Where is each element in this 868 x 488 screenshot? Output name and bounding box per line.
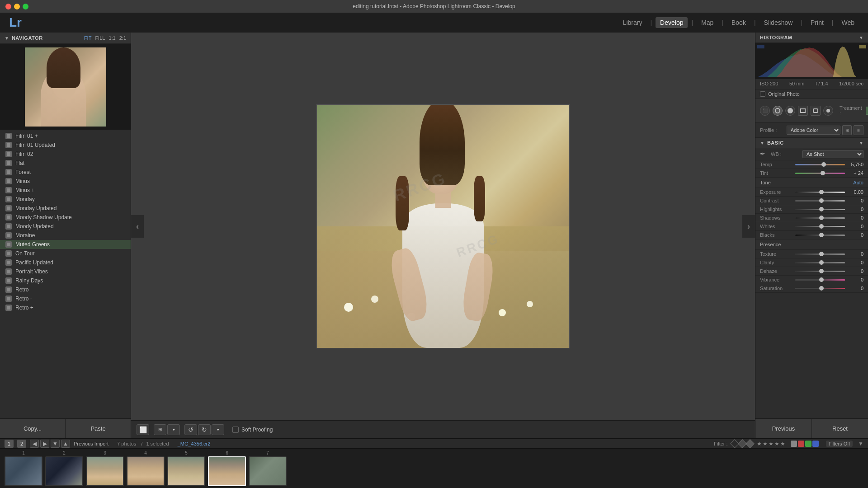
preset-item-muted-greens[interactable]: Muted Greens (0, 240, 131, 249)
treatment-filled-circle-btn[interactable] (785, 106, 795, 116)
preset-item[interactable]: Pacific Updated (0, 258, 131, 267)
temp-slider-thumb[interactable] (821, 162, 826, 167)
profile-dropdown[interactable]: Adobe Color Adobe Landscape Adobe Portra… (787, 126, 840, 135)
basic-collapse-icon[interactable]: ▼ (760, 141, 764, 145)
rotate-options-btn[interactable]: ▾ (212, 424, 224, 435)
blacks-slider-thumb[interactable] (819, 233, 824, 237)
minimize-button[interactable] (14, 4, 20, 9)
dehaze-slider-thumb[interactable] (819, 269, 824, 273)
profile-list-btn[interactable]: ≡ (854, 125, 863, 135)
preset-item[interactable]: Monday (0, 195, 131, 204)
profile-grid-btn[interactable]: ⊞ (842, 125, 852, 135)
vibrance-slider-thumb[interactable] (819, 277, 824, 282)
nav-print[interactable]: Print (806, 17, 828, 28)
preset-item[interactable]: Forest (0, 168, 131, 177)
film-thumbnail-2[interactable] (45, 456, 83, 486)
preset-item[interactable]: Film 01 Updated (0, 141, 131, 150)
treatment-icon-1[interactable]: ⬛ (760, 106, 770, 116)
zoom-2to1[interactable]: 2:1 (119, 35, 126, 41)
film-thumbnail-6[interactable] (208, 456, 246, 486)
preset-item[interactable]: Minus + (0, 186, 131, 195)
film-thumbnail-7[interactable] (249, 456, 287, 486)
nav-library[interactable]: Library (618, 17, 647, 28)
zoom-1to1[interactable]: 1:1 (108, 35, 115, 41)
treatment-square-btn[interactable] (798, 106, 808, 116)
preset-item[interactable]: Moody Updated (0, 222, 131, 231)
preset-item[interactable]: Retro - (0, 294, 131, 303)
preset-item[interactable]: Film 01 + (0, 131, 131, 141)
film-thumbnail-5[interactable] (167, 456, 205, 486)
paste-button[interactable]: Paste (65, 419, 131, 438)
film-down-btn[interactable]: ▼ (51, 440, 60, 448)
nav-map[interactable]: Map (697, 17, 718, 28)
close-button[interactable] (5, 4, 11, 9)
film-source-file[interactable]: _MG_4356.cr2 (178, 441, 211, 446)
maximize-button[interactable] (23, 4, 28, 9)
tint-slider-thumb[interactable] (821, 171, 825, 175)
rotate-cw-btn[interactable]: ↻ (198, 424, 211, 435)
wb-dropdown[interactable]: As Shot Auto Daylight Cloudy Custom (802, 150, 863, 158)
color-filter-blue[interactable] (812, 441, 819, 447)
film-prev-btn[interactable]: ◀ (30, 440, 39, 448)
prev-image-arrow[interactable]: ‹ (131, 215, 144, 238)
navigator-collapse-icon[interactable]: ▼ (5, 36, 9, 41)
reset-button[interactable]: Reset (811, 419, 868, 438)
treatment-rounded-btn[interactable] (811, 106, 821, 116)
zoom-fit[interactable]: FIT (84, 35, 92, 41)
filters-dropdown-btn[interactable]: ▼ (858, 441, 863, 447)
histogram-collapse-icon[interactable]: ▼ (859, 35, 863, 40)
color-filter-red[interactable] (798, 441, 804, 447)
film-up-btn[interactable]: ▲ (61, 440, 70, 448)
filter-flag-pick[interactable] (745, 439, 755, 448)
preset-item[interactable]: Flat (0, 159, 131, 168)
color-btn[interactable]: Color (866, 107, 868, 115)
view-single-btn[interactable]: ⬜ (137, 424, 149, 435)
next-image-arrow[interactable]: › (742, 215, 755, 238)
view-grid-btn[interactable]: ⊞ (154, 424, 166, 435)
eyedropper-icon[interactable]: ✒ (760, 150, 768, 158)
preset-item[interactable]: Monday Updated (0, 204, 131, 213)
star-rating-filter[interactable]: ★★★★★ (757, 441, 785, 447)
nav-book[interactable]: Book (727, 17, 750, 28)
treatment-dot-btn[interactable] (823, 106, 833, 116)
preset-item[interactable]: Retro (0, 285, 131, 294)
soft-proofing-checkbox[interactable] (232, 427, 239, 433)
preset-item[interactable]: Moody Shadow Update (0, 213, 131, 222)
exposure-slider-thumb[interactable] (819, 190, 824, 194)
color-filter-all[interactable] (791, 441, 797, 447)
view-compare-btn[interactable]: ▾ (167, 424, 180, 435)
film-thumbnail-1[interactable] (5, 456, 42, 486)
contrast-slider-thumb[interactable] (819, 198, 824, 203)
rotate-ccw-btn[interactable]: ↺ (184, 424, 197, 435)
preset-item[interactable]: Moraine (0, 231, 131, 240)
preset-item[interactable]: Rainy Days (0, 276, 131, 285)
whites-slider-thumb[interactable] (819, 224, 824, 229)
texture-slider-thumb[interactable] (819, 252, 824, 256)
film-thumbnail-3[interactable] (86, 456, 124, 486)
filters-off-badge[interactable]: Filters Off (826, 441, 853, 447)
highlights-slider-thumb[interactable] (819, 207, 824, 211)
previous-button[interactable]: Previous (755, 419, 811, 438)
copy-button[interactable]: Copy... (0, 419, 65, 438)
preset-item[interactable]: On Tour (0, 249, 131, 258)
film-thumbnail-4[interactable] (127, 456, 165, 486)
treatment-circle-btn[interactable] (773, 106, 783, 116)
preset-item[interactable]: Minus (0, 177, 131, 186)
preset-item[interactable]: Retro + (0, 303, 131, 312)
saturation-slider-thumb[interactable] (819, 286, 824, 291)
nav-web[interactable]: Web (837, 17, 859, 28)
clarity-slider-thumb[interactable] (819, 260, 824, 265)
zoom-fill[interactable]: FILL (95, 35, 105, 41)
view-index-2[interactable]: 2 (17, 440, 26, 448)
nav-slideshow[interactable]: Slideshow (760, 17, 797, 28)
auto-button[interactable]: Auto (853, 180, 863, 185)
shadows-slider-thumb[interactable] (819, 216, 824, 220)
color-filter-green[interactable] (805, 441, 811, 447)
basic-expand-icon[interactable]: ▼ (859, 141, 863, 145)
preset-item[interactable]: Film 02 (0, 150, 131, 159)
original-photo-checkbox[interactable] (760, 91, 765, 97)
preset-item[interactable]: Portrait Vibes (0, 267, 131, 276)
view-index-1[interactable]: 1 (5, 440, 14, 448)
nav-develop[interactable]: Develop (656, 17, 688, 28)
film-next-btn[interactable]: ▶ (40, 440, 49, 448)
